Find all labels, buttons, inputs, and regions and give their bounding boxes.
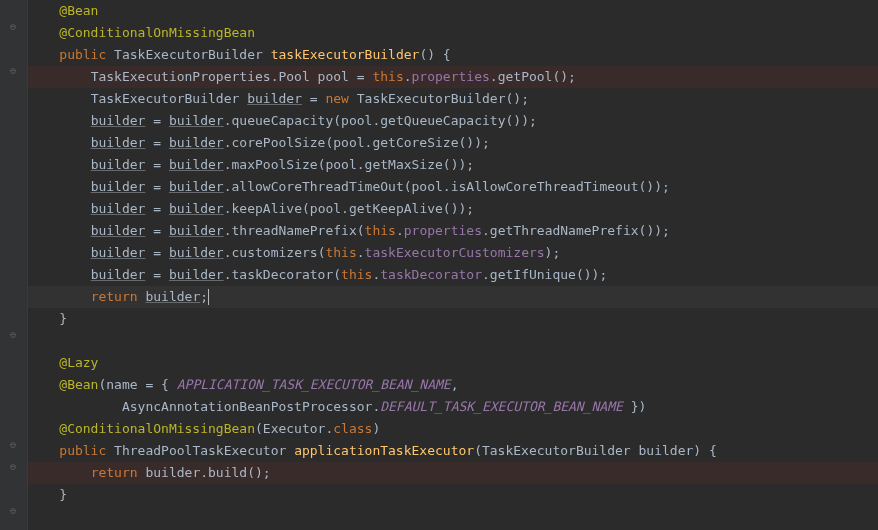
code-line[interactable]: builder = builder.keepAlive(pool.getKeep… (28, 198, 878, 220)
code-line[interactable]: TaskExecutionProperties.Pool pool = this… (28, 66, 878, 88)
fold-toggle-icon[interactable]: ⊖ (6, 456, 20, 478)
comma: , (451, 377, 459, 392)
code-line[interactable]: @Bean (28, 0, 878, 22)
local-var: builder (169, 135, 224, 150)
code-line[interactable]: @ConditionalOnMissingBean(Executor.class… (28, 418, 878, 440)
fold-toggle-icon[interactable]: ⊖ (6, 60, 20, 82)
annotation: @ConditionalOnMissingBean (59, 25, 255, 40)
field: properties (412, 69, 490, 84)
code-line[interactable]: AsyncAnnotationBeanPostProcessor.DEFAULT… (28, 396, 878, 418)
semicolon: ; (466, 201, 474, 216)
local-var: builder (169, 267, 224, 282)
dot: . (404, 69, 412, 84)
equals: = (145, 135, 168, 150)
equals: = (145, 223, 168, 238)
caret-icon (208, 289, 209, 305)
qualifier: AsyncAnnotationBeanPostProcessor. (122, 399, 380, 414)
paren: ( (357, 223, 365, 238)
method-call: .getPool() (490, 69, 568, 84)
local-var: builder (169, 113, 224, 128)
dot: . (224, 113, 232, 128)
dot: . (224, 245, 232, 260)
brace: { (701, 443, 717, 458)
code-line[interactable]: public ThreadPoolTaskExecutor applicatio… (28, 440, 878, 462)
punct: (Executor. (255, 421, 333, 436)
fold-toggle-icon[interactable]: ⊖ (6, 500, 20, 522)
type: TaskExecutionProperties.Pool (91, 69, 310, 84)
code-line[interactable]: TaskExecutorBuilder builder = new TaskEx… (28, 88, 878, 110)
constant: APPLICATION_TASK_EXECUTOR_BEAN_NAME (177, 377, 451, 392)
semicolon: ; (521, 91, 529, 106)
annotation: @Bean (59, 3, 98, 18)
field: taskDecorator (380, 267, 482, 282)
semicolon: ; (662, 223, 670, 238)
code-line[interactable]: builder = builder.allowCoreThreadTimeOut… (28, 176, 878, 198)
code-line-empty[interactable] (28, 330, 878, 352)
annotation: @ConditionalOnMissingBean (59, 421, 255, 436)
equals: = (145, 201, 168, 216)
code-line-current[interactable]: return builder; (28, 286, 878, 308)
local-var: builder (169, 201, 224, 216)
method-call: threadNamePrefix (232, 223, 357, 238)
code-line[interactable]: return builder.build(); (28, 462, 878, 484)
brace: { (435, 47, 451, 62)
keyword-class: class (333, 421, 372, 436)
method-call: maxPoolSize (232, 157, 318, 172)
arg: pool.getKeepAlive() (310, 201, 459, 216)
code-line[interactable]: } (28, 308, 878, 330)
punct: () (419, 47, 435, 62)
code-line[interactable]: builder = builder.queueCapacity(pool.get… (28, 110, 878, 132)
constructor: TaskExecutorBuilder() (349, 91, 521, 106)
local-var: pool = (310, 69, 373, 84)
keyword-new: new (325, 91, 348, 106)
arg: pool.isAllowCoreThreadTimeout() (412, 179, 655, 194)
method-call: keepAlive (232, 201, 302, 216)
code-line[interactable]: builder = builder.corePoolSize(pool.getC… (28, 132, 878, 154)
equals: = (145, 179, 168, 194)
dot: . (224, 267, 232, 282)
local-var: builder (91, 179, 146, 194)
local-var: builder (91, 135, 146, 150)
semicolon: ; (599, 267, 607, 282)
dot: . (224, 201, 232, 216)
semicolon: ; (568, 69, 576, 84)
method-name: taskExecutorBuilder (271, 47, 420, 62)
dot: . (224, 135, 232, 150)
keyword-this: this (365, 223, 396, 238)
semicolon: ; (263, 465, 271, 480)
equals: = (145, 113, 168, 128)
code-line[interactable]: builder = builder.threadNamePrefix(this.… (28, 220, 878, 242)
paren: ( (404, 179, 412, 194)
field: taskExecutorCustomizers (365, 245, 545, 260)
fold-toggle-icon[interactable]: ⊖ (6, 16, 20, 38)
paren: ) (521, 113, 529, 128)
local-var: builder (91, 201, 146, 216)
code-line[interactable]: } (28, 484, 878, 506)
code-line[interactable]: @Bean(name = { APPLICATION_TASK_EXECUTOR… (28, 374, 878, 396)
keyword-public: public (59, 47, 106, 62)
semicolon: ; (466, 157, 474, 172)
code-editor[interactable]: @Bean @ConditionalOnMissingBean public T… (28, 0, 878, 506)
code-line[interactable]: public TaskExecutorBuilder taskExecutorB… (28, 44, 878, 66)
dot: . (357, 245, 365, 260)
local-var: builder (169, 179, 224, 194)
keyword-this: this (341, 267, 372, 282)
code-line[interactable]: @ConditionalOnMissingBean (28, 22, 878, 44)
dot: . (224, 157, 232, 172)
type: TaskExecutorBuilder (91, 91, 248, 106)
annotation: @Lazy (59, 355, 98, 370)
keyword-return: return (91, 465, 138, 480)
equals: = (145, 245, 168, 260)
paren: ) (654, 179, 662, 194)
code-line[interactable]: builder = builder.maxPoolSize(pool.getMa… (28, 154, 878, 176)
code-line[interactable]: builder = builder.customizers(this.taskE… (28, 242, 878, 264)
keyword-this: this (372, 69, 403, 84)
code-line[interactable]: builder = builder.taskDecorator(this.tas… (28, 264, 878, 286)
fold-toggle-icon[interactable]: ⊖ (6, 324, 20, 346)
local-var: builder (91, 157, 146, 172)
code-line[interactable]: @Lazy (28, 352, 878, 374)
equals: = (302, 91, 325, 106)
fold-toggle-icon[interactable]: ⊖ (6, 434, 20, 456)
semicolon: ; (200, 289, 208, 304)
constant: DEFAULT_TASK_EXECUTOR_BEAN_NAME (380, 399, 623, 414)
